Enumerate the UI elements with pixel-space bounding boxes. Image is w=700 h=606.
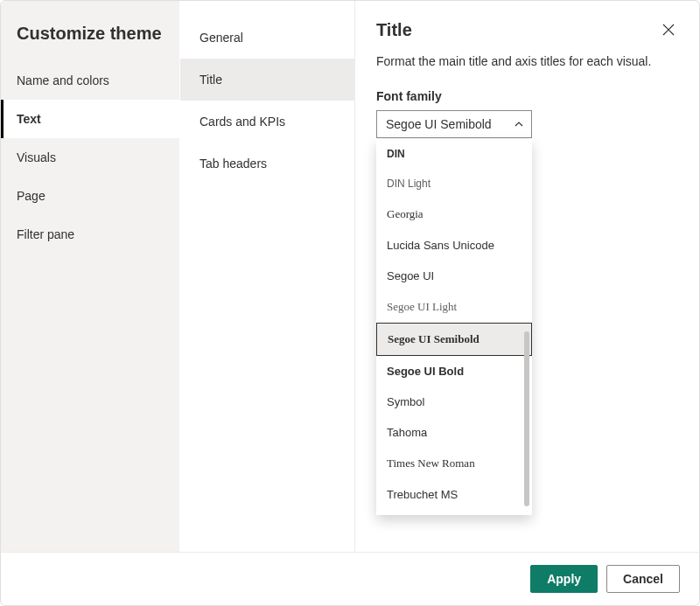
apply-button[interactable]: Apply (530, 565, 598, 593)
font-option[interactable]: Segoe UI (376, 261, 532, 291)
mid-nav-item[interactable]: Tab headers (180, 143, 354, 185)
font-family-select[interactable]: Segoe UI Semibold (376, 110, 532, 138)
panel-description: Format the main title and axis titles fo… (376, 54, 678, 68)
content-panel: Title Format the main title and axis tit… (355, 1, 699, 552)
mid-nav: GeneralTitleCards and KPIsTab headers (180, 1, 355, 552)
mid-nav-item[interactable]: General (180, 17, 354, 59)
dialog-footer: Apply Cancel (1, 552, 699, 605)
left-nav-item[interactable]: Visuals (1, 138, 179, 177)
left-nav-item[interactable]: Text (1, 100, 179, 138)
font-option[interactable]: Tahoma (376, 417, 532, 448)
chevron-up-icon (514, 119, 524, 129)
font-option[interactable]: Trebuchet MS (376, 479, 532, 510)
font-option[interactable]: Georgia (376, 199, 532, 230)
font-option[interactable]: DIN (376, 139, 532, 169)
font-option[interactable]: Segoe UI Semibold (376, 323, 532, 356)
mid-nav-item[interactable]: Cards and KPIs (180, 101, 354, 143)
dialog-title: Customize theme (1, 17, 179, 61)
font-family-selected-value: Segoe UI Semibold (386, 117, 492, 131)
close-icon[interactable] (659, 20, 678, 39)
left-nav-item[interactable]: Filter pane (1, 215, 179, 254)
field-label-font-family: Font family (376, 89, 678, 103)
font-option[interactable]: Symbol (376, 387, 532, 417)
font-option[interactable]: Lucida Sans Unicode (376, 230, 532, 261)
font-option[interactable]: Verdana (376, 510, 532, 515)
cancel-button[interactable]: Cancel (606, 565, 680, 593)
scrollbar[interactable] (524, 331, 529, 506)
left-nav-item[interactable]: Page (1, 177, 179, 215)
font-option[interactable]: Times New Roman (376, 448, 532, 479)
left-nav-item[interactable]: Name and colors (1, 61, 179, 100)
panel-heading: Title (376, 20, 412, 40)
mid-nav-item[interactable]: Title (180, 59, 354, 101)
left-nav: Customize theme Name and colorsTextVisua… (1, 1, 180, 552)
font-option[interactable]: DIN Light (376, 169, 532, 199)
font-option[interactable]: Segoe UI Light (376, 291, 532, 323)
font-family-dropdown: DINDIN LightGeorgiaLucida Sans UnicodeSe… (376, 139, 532, 515)
font-option[interactable]: Segoe UI Bold (376, 356, 532, 387)
